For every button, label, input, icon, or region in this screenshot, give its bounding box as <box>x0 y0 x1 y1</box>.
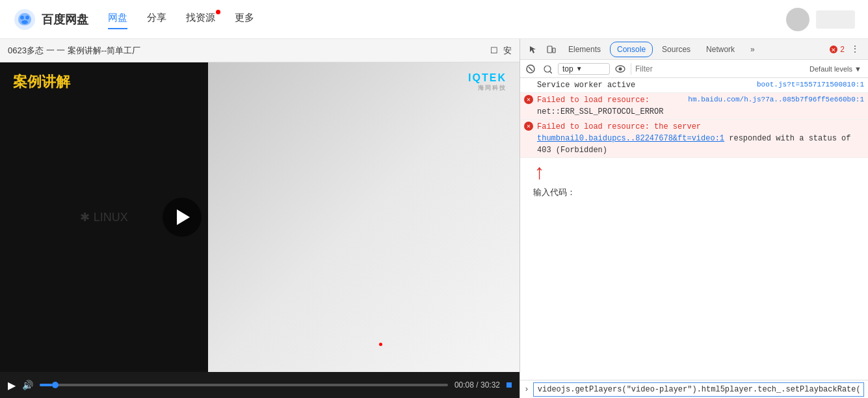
console-msg-service-worker: Service worker active <box>537 79 752 91</box>
iqtek-brand: IQTEK 海同科技 <box>468 72 506 92</box>
svg-line-10 <box>529 67 533 71</box>
svg-marker-4 <box>530 46 536 53</box>
svg-rect-6 <box>553 48 555 53</box>
progress-fill <box>40 384 52 386</box>
error-badge: ✕ 2 <box>829 45 845 54</box>
breadcrumb-bar: 0623多态 一 一 案例讲解--简单工厂 ☐ 安 <box>0 39 519 62</box>
nav-item-share[interactable]: 分享 <box>147 12 166 27</box>
avatar[interactable] <box>786 8 809 31</box>
svg-line-12 <box>550 72 552 73</box>
brand-logo: IQTEK 海同科技 <box>468 72 506 92</box>
breadcrumb-text: 0623多态 一 一 案例讲解--简单工厂 <box>8 45 140 57</box>
volume-button[interactable]: 🔊 <box>22 380 33 390</box>
checkbox-icon: ☐ <box>490 46 498 55</box>
play-icon <box>177 209 190 225</box>
progress-bar[interactable] <box>40 384 448 386</box>
nav-item-search[interactable]: 找资源 <box>186 12 215 27</box>
play-pause-button[interactable]: ▶ <box>8 379 16 391</box>
devtools-panel: Elements Console Sources Network » ✕ 2 ⋮… <box>520 39 868 398</box>
context-dropdown-icon: ▼ <box>576 65 583 72</box>
error-row-icon-1: ✕ <box>524 95 534 104</box>
context-selector[interactable]: top ▼ <box>558 63 610 75</box>
linux-icon: ✱ <box>80 210 90 224</box>
video-right-panel <box>208 62 519 372</box>
console-log-area[interactable]: Service worker active boot.js?t=15571715… <box>520 78 868 380</box>
play-button[interactable] <box>163 198 202 237</box>
browser-area: 0623多态 一 一 案例讲解--简单工厂 ☐ 安 案例讲解 IQTEK 海同科… <box>0 39 520 398</box>
tab-network[interactable]: Network <box>700 42 741 57</box>
svg-point-3 <box>21 20 28 24</box>
devtools-device-icon[interactable] <box>544 42 559 57</box>
console-clear-icon[interactable] <box>524 62 537 75</box>
console-row-service-worker: Service worker active boot.js?t=15571715… <box>520 78 868 93</box>
console-row-content: Service worker active boot.js?t=15571715… <box>537 79 864 91</box>
source-boot[interactable]: boot.js?t=1557171500810:1 <box>757 79 864 90</box>
hd-dot <box>506 382 512 388</box>
annotation-area: ↑ 输入代码： <box>520 158 868 204</box>
devtools-more-icon[interactable]: ⋮ <box>847 42 863 57</box>
filter-input[interactable] <box>631 63 806 75</box>
console-msg-403: Failed to load resource: the server thum… <box>537 121 864 156</box>
svg-point-2 <box>25 16 29 20</box>
eye-icon[interactable] <box>614 62 627 75</box>
svg-rect-5 <box>547 46 552 53</box>
nav-item-cloud[interactable]: 网盘 <box>108 12 127 27</box>
notification-dot <box>216 10 220 14</box>
logo-area: 百度网盘 <box>13 8 88 31</box>
svg-point-1 <box>20 16 24 20</box>
top-nav: 百度网盘 网盘 分享 找资源 更多 <box>0 0 868 39</box>
context-label: top <box>562 64 573 73</box>
main-area: 0623多态 一 一 案例讲解--简单工厂 ☐ 安 案例讲解 IQTEK 海同科… <box>0 39 868 398</box>
user-name-area <box>816 10 855 29</box>
console-prompt-icon: › <box>524 384 529 394</box>
console-input[interactable] <box>533 382 864 397</box>
info-icon: 安 <box>503 45 512 57</box>
annotation-text: 输入代码： <box>533 187 575 198</box>
devtools-console-bar: top ▼ Default levels ▼ <box>520 60 868 78</box>
console-row-content-3: Failed to load resource: the server thum… <box>537 121 864 156</box>
video-container: 案例讲解 IQTEK 海同科技 ✱ LINUX <box>0 62 519 398</box>
console-filter-icon[interactable] <box>541 62 554 75</box>
logo-text: 百度网盘 <box>42 12 88 27</box>
progress-dot <box>52 382 59 388</box>
console-input-area: › <box>520 380 868 398</box>
console-row-403-error: ✕ Failed to load resource: the server th… <box>520 120 868 158</box>
source-hm[interactable]: hm.baidu.com/h.js?7a..085b7f96ff5e660b0:… <box>688 94 864 105</box>
nav-items: 网盘 分享 找资源 更多 <box>108 12 254 27</box>
video-top-bar: 案例讲解 IQTEK 海同科技 <box>0 62 519 101</box>
time-display: 00:08 / 30:32 <box>454 380 500 390</box>
svg-point-11 <box>544 66 551 72</box>
baidu-cloud-logo-icon <box>13 8 36 31</box>
video-title: 案例讲解 <box>13 72 70 92</box>
linux-watermark: ✱ LINUX <box>80 210 128 224</box>
console-row-content-2: Failed to load resource: net::ERR_SSL_PR… <box>537 94 864 118</box>
breadcrumb-icons: ☐ 安 <box>490 45 512 57</box>
tab-console[interactable]: Console <box>610 42 653 57</box>
console-msg-ssl: Failed to load resource: net::ERR_SSL_PR… <box>537 94 683 118</box>
red-arrow-icon: ↑ <box>533 163 546 184</box>
devtools-inspect-icon[interactable] <box>525 42 541 57</box>
svg-text:✕: ✕ <box>831 47 836 53</box>
console-row-ssl-error: ✕ Failed to load resource: net::ERR_SSL_… <box>520 93 868 120</box>
svg-point-14 <box>619 67 622 70</box>
error-row-icon-2: ✕ <box>524 122 534 131</box>
devtools-toolbar: Elements Console Sources Network » ✕ 2 ⋮ <box>520 39 868 60</box>
video-body: ✱ LINUX <box>0 62 519 372</box>
tab-sources[interactable]: Sources <box>655 42 697 57</box>
default-levels-dropdown[interactable]: Default levels ▼ <box>809 65 864 73</box>
video-controls: ▶ 🔊 00:08 / 30:32 <box>0 372 519 398</box>
tab-more[interactable]: » <box>744 42 761 57</box>
tab-elements[interactable]: Elements <box>562 42 607 57</box>
nav-item-more[interactable]: 更多 <box>235 12 254 27</box>
resource-link[interactable]: thumbnail0.baidupcs..82247678&ft=video:1 <box>537 134 724 143</box>
nav-right <box>786 8 855 31</box>
